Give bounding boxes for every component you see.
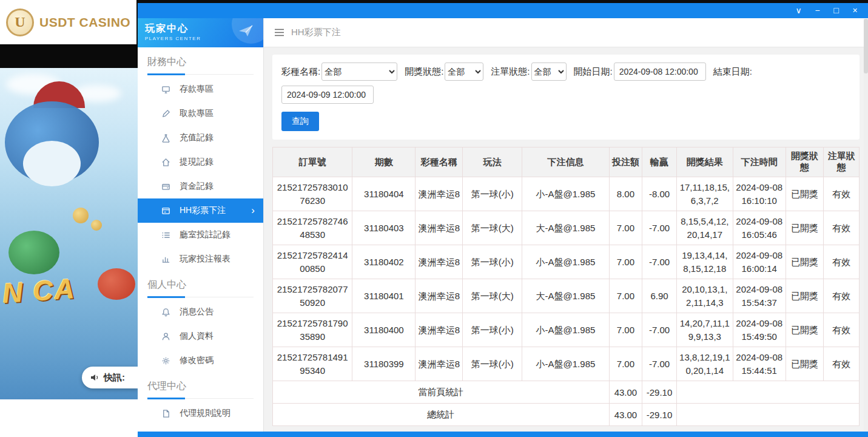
content-area: 彩種名稱: 全部 開獎狀態: 全部 注單狀態: 全部 開始日期: 結束日期: 查… [264, 47, 868, 432]
table-cell: 14,20,7,11,19,9,13,3 [676, 313, 733, 347]
table-header-cell: 彩種名稱 [415, 147, 463, 177]
table-header-cell: 注單狀態 [824, 147, 860, 177]
table-cell: 澳洲幸运8 [415, 313, 463, 347]
sidebar-item-label: 個人資料 [180, 331, 214, 342]
vertical-scrollbar[interactable] [864, 19, 868, 431]
bets-table: 訂單號期數彩種名稱玩法下注信息投注額輸贏開獎結果下注時間開獎狀態注單狀態 215… [272, 147, 860, 426]
ticket-icon [161, 206, 170, 215]
table-cell: 2152172578179035890 [273, 313, 352, 347]
draw-status-select[interactable]: 全部 [445, 63, 483, 81]
gear-icon [161, 356, 170, 365]
menu-toggle-icon[interactable] [274, 29, 284, 36]
quick-news-label: 快訊: [104, 372, 125, 384]
window-minimize-icon[interactable]: − [808, 3, 827, 18]
table-cell: 第一球(小) [463, 177, 522, 211]
sidebar-item-change-password[interactable]: 修改密碼 [138, 348, 263, 373]
table-body: 215217257830107623031180404澳洲幸运8第一球(小)小-… [273, 177, 860, 381]
table-cell: 已開獎 [786, 245, 824, 279]
sidebar: 玩家中心 PLAYERS CENTER 財務中心 存款專區 取款專區 [138, 18, 263, 432]
table-header-cell: 期數 [352, 147, 415, 177]
table-header-cell: 開獎結果 [676, 147, 733, 177]
start-date-input[interactable] [614, 63, 706, 81]
window-close-icon[interactable]: × [846, 3, 864, 18]
sidebar-header-subtitle: PLAYERS CENTER [145, 36, 256, 41]
table-cell: 6.90 [642, 279, 677, 313]
table-cell: 大-A盤@1.985 [522, 211, 609, 245]
table-row: 215217257824140085031180402澳洲幸运8第一球(小)小-… [273, 245, 860, 279]
sidebar-item-agent-rules[interactable]: 代理規則說明 [138, 401, 263, 425]
brand-symbol: U [15, 14, 25, 30]
search-button[interactable]: 查詢 [281, 112, 319, 131]
main-panel: HH彩票下注 彩種名稱: 全部 開獎狀態: 全部 注單狀態: 全部 開始日期: [263, 18, 868, 432]
table-cell: 澳洲幸运8 [415, 279, 463, 313]
table-cell: 7.00 [609, 313, 642, 347]
sidebar-item-deposit[interactable]: 存款專區 [138, 77, 263, 101]
bets-table-card: 訂單號期數彩種名稱玩法下注信息投注額輸贏開獎結果下注時間開獎狀態注單狀態 215… [272, 147, 860, 426]
sidebar-item-withdrawal-record[interactable]: 提現記錄 [138, 150, 263, 174]
turtle-illustration [8, 231, 59, 274]
sidebar-item-label: 存款專區 [180, 84, 214, 95]
filter-row: 彩種名稱: 全部 開獎狀態: 全部 注單狀態: 全部 開始日期: 結束日期: [281, 63, 850, 104]
end-date-label: 結束日期: [713, 66, 752, 78]
page-summary-row: 當前頁統計 43.00 -29.10 [273, 381, 860, 404]
table-row: 215217257820775092031180401澳洲幸运8第一球(大)大-… [273, 279, 860, 313]
table-cell: 大-A盤@1.985 [522, 279, 609, 313]
window-menu-chevron-icon[interactable]: ∨ [789, 3, 808, 18]
table-cell: 第一球(小) [463, 313, 522, 347]
page-summary-winloss: -29.10 [642, 381, 677, 404]
app-window: ∨ − □ × 玩家中心 PLAYERS CENTER 財務中心 [138, 3, 868, 437]
brand-name: USDT CASINO [39, 15, 130, 30]
sidebar-item-room-bet-record[interactable]: 廳室投註記錄 [138, 223, 263, 247]
desktop-white-band [0, 399, 138, 437]
table-cell: 有效 [824, 347, 860, 381]
gold-coin-illustration [91, 220, 102, 231]
sidebar-item-announcements[interactable]: 消息公告 [138, 300, 263, 324]
user-icon [161, 331, 170, 341]
quick-news-button[interactable]: 快訊: [82, 367, 138, 388]
order-status-select[interactable]: 全部 [531, 63, 567, 81]
table-cell: -8.00 [642, 177, 677, 211]
table-cell: 7.00 [609, 279, 642, 313]
table-cell: 有效 [824, 313, 860, 347]
sidebar-item-profile[interactable]: 個人資料 [138, 324, 263, 348]
sidebar-item-label: HH彩票下注 [180, 205, 226, 216]
sidebar-item-label: 代理規則說明 [180, 408, 230, 419]
table-cell: 已開獎 [786, 211, 824, 245]
table-row: 215217257817903589031180400澳洲幸运8第一球(小)小-… [273, 313, 860, 347]
table-cell: 有效 [824, 211, 860, 245]
table-cell: -7.00 [642, 211, 677, 245]
total-summary-winloss: -29.10 [642, 404, 677, 426]
sidebar-item-funds-record[interactable]: 資金記錄 [138, 174, 263, 198]
sidebar-item-withdraw[interactable]: 取款專區 [138, 101, 263, 126]
table-cell: 31180400 [352, 313, 415, 347]
table-cell: 小-A盤@1.985 [522, 177, 609, 211]
sidebar-item-label: 資金記錄 [180, 181, 214, 192]
table-cell: 2024-09-08 15:49:50 [733, 313, 786, 347]
table-cell: 31180403 [352, 211, 415, 245]
table-row: 215217257827464853031180403澳洲幸运8第一球(大)大-… [273, 211, 860, 245]
sidebar-item-recharge-record[interactable]: 充值記錄 [138, 126, 263, 150]
table-cell: 小-A盤@1.985 [522, 313, 609, 347]
table-cell: 2152172578241400850 [273, 245, 352, 279]
chart-icon [161, 254, 170, 264]
table-cell: 2024-09-08 15:44:51 [733, 347, 786, 381]
paper-plane-icon [238, 24, 254, 38]
table-header-cell: 開獎狀態 [786, 147, 824, 177]
draw-status-label: 開獎狀態: [405, 66, 443, 78]
sidebar-header: 玩家中心 PLAYERS CENTER [138, 18, 263, 47]
artwork-caption: N CA [1, 272, 76, 310]
window-maximize-icon[interactable]: □ [827, 3, 846, 18]
table-cell: 7.00 [609, 211, 642, 245]
table-cell: 澳洲幸运8 [415, 347, 463, 381]
sidebar-item-hh-lottery-bets[interactable]: HH彩票下注 › [138, 198, 263, 223]
table-cell: 31180402 [352, 245, 415, 279]
table-cell: 31180399 [352, 347, 415, 381]
scrollbar-thumb[interactable] [864, 19, 868, 73]
end-date-input[interactable] [281, 86, 374, 104]
sidebar-item-player-bet-report[interactable]: 玩家投注報表 [138, 247, 263, 271]
sidebar-item-label: 修改密碼 [180, 355, 214, 366]
sidebar-item-label: 取款專區 [180, 108, 214, 119]
bell-icon [161, 307, 170, 317]
lottery-name-select[interactable]: 全部 [321, 63, 397, 81]
brand-coin-icon: U [6, 8, 34, 36]
